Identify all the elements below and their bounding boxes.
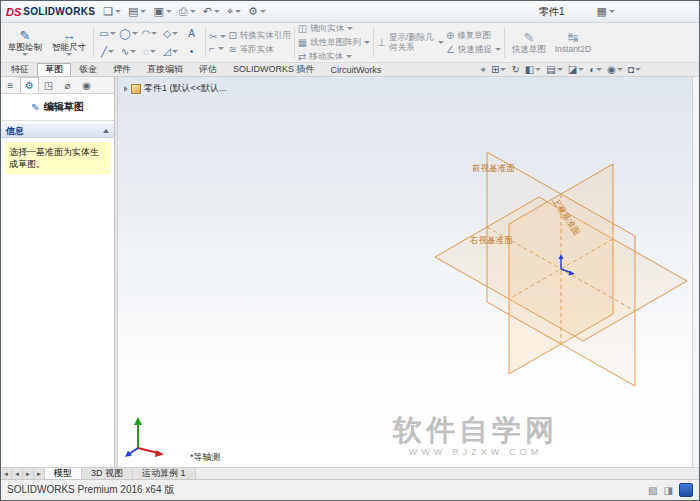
tab-weldments[interactable]: 焊件 [105, 63, 139, 76]
orientation-triad [123, 410, 169, 460]
convert-entities-icon: ⊡ [228, 31, 236, 41]
previous-view-icon: ↻ [511, 64, 519, 75]
info-group-header[interactable]: 信息 [1, 124, 114, 138]
save-button[interactable]: ▣ [153, 5, 171, 18]
tab-featuremanager[interactable]: ≡ [1, 77, 20, 93]
sketch-pencil-icon: ✎ [20, 29, 31, 42]
section-view-button[interactable]: ◧ [525, 64, 541, 75]
tab-motion-study-1[interactable]: 运动算例 1 [133, 468, 196, 479]
undo-button[interactable]: ↶ [203, 5, 220, 18]
tab-addins[interactable]: SOLIDWORKS 插件 [225, 63, 323, 76]
line-icon: ╱ [101, 47, 107, 57]
new-document-button[interactable]: ❏ [103, 5, 121, 18]
tab-scroll-next-button[interactable]: ► [23, 468, 34, 479]
tab-sheet-metal[interactable]: 钣金 [71, 63, 105, 76]
arc-tool-button[interactable]: ◠ [139, 25, 160, 43]
tab-sketch[interactable]: 草图 [37, 63, 71, 76]
tab-model[interactable]: 模型 [45, 468, 82, 479]
quick-snaps-button[interactable]: ∠快速捕捉 [446, 44, 501, 56]
mirror-entities-button[interactable]: ◫镜向实体 [298, 23, 370, 35]
smart-dimension-label: 智能尺寸 [52, 43, 86, 52]
zoom-area-button[interactable]: ⊞ [491, 64, 506, 75]
tab-3d-views[interactable]: 3D 视图 [82, 468, 133, 479]
view-orientation-button[interactable]: ▤ [546, 64, 562, 75]
tab-dimxpert[interactable]: ⌀ [58, 77, 77, 93]
solidworks-window: DS SOLIDWORKS ❏ ▤ ▣ ⎙ ↶ ⌖ ⚙ 零件1 ▦ ✎ 草图绘制… [0, 0, 700, 501]
repair-sketch-icon: ⊕ [446, 31, 454, 41]
apps-grid-button[interactable]: ▦ [597, 5, 615, 18]
quick-snaps-label: 快速捕捉 [458, 44, 492, 56]
repair-group: ⊕修复草图 ∠快速捕捉 [446, 24, 501, 61]
status-blue-badge-icon[interactable] [679, 483, 693, 497]
appearances-icon: ◉ [607, 64, 616, 75]
ellipse-tool-button[interactable]: ◌ [139, 43, 160, 61]
fillet-tool-button[interactable]: ◿ [160, 43, 181, 61]
print-icon: ⎙ [179, 5, 188, 18]
smart-dimension-button[interactable]: ↔ 智能尺寸 [48, 24, 90, 61]
tab-displaymanager[interactable]: ◉ [77, 77, 96, 93]
display-relations-button[interactable]: ⊥ 显示/删除几何关系 [377, 24, 444, 61]
tree-expand-icon[interactable] [124, 86, 128, 92]
tab-scroll-first-button[interactable]: ◄ [1, 468, 12, 479]
feature-tree-flyout[interactable]: 零件1 (默认<<默认... [124, 82, 227, 95]
previous-view-button[interactable]: ↻ [511, 64, 519, 75]
select-button[interactable]: ⌖ [227, 5, 241, 18]
status-units-icon[interactable]: ▧ [648, 485, 657, 496]
scene-button[interactable]: ◘ [628, 64, 641, 75]
zoom-to-fit-icon: ⌖ [480, 64, 486, 76]
graphics-viewport[interactable]: 前视基准面 上视基准面 右视基准面 零件1 (默认<<默认... 软件自学网 [118, 77, 692, 467]
rapid-sketch-button[interactable]: ✎ 快速草图 [508, 24, 550, 61]
tab-scroll-prev-button[interactable]: ◄ [12, 468, 23, 479]
display-style-icon: ◪ [568, 64, 577, 75]
options-button[interactable]: ⚙ [248, 5, 266, 18]
propertymanager-title: 编辑草图 [44, 100, 84, 114]
point-tool-button[interactable]: • [181, 43, 202, 61]
fillet-icon: ◿ [163, 47, 171, 57]
polygon-icon: ◇ [163, 29, 171, 39]
move-entities-button[interactable]: ⇄移动实体 [298, 51, 370, 63]
text-tool-button[interactable]: A [181, 25, 202, 43]
offset-entities-label: 等距实体 [240, 44, 274, 56]
arc-icon: ◠ [142, 29, 151, 39]
instant2d-button[interactable]: ↹ Instant2D [552, 24, 594, 61]
polygon-tool-button[interactable]: ◇ [160, 25, 181, 43]
tab-configurationmanager[interactable]: ◳ [39, 77, 58, 93]
convert-entities-button[interactable]: ⊡转换实体引用 [228, 30, 290, 42]
heads-up-view-toolbar: ⌖ ⊞ ↻ ◧ ▤ ◪ ◐ ◉ ◘ [480, 63, 699, 76]
x-axis [138, 448, 158, 453]
offset-entities-button[interactable]: ≋等距实体 [228, 44, 290, 56]
repair-sketch-button[interactable]: ⊕修复草图 [446, 30, 501, 42]
smart-dimension-icon: ↔ [63, 29, 76, 42]
move-entities-label: 移动实体 [309, 51, 343, 63]
tab-scroll-last-button[interactable]: ► [34, 468, 45, 479]
scene-icon: ◘ [628, 64, 634, 75]
tab-features[interactable]: 特征 [3, 63, 37, 76]
propertymanager-header: ✎ 编辑草图 [1, 94, 114, 118]
quick-snaps-icon: ∠ [446, 45, 455, 55]
displaymanager-icon: ◉ [82, 80, 91, 91]
print-button[interactable]: ⎙ [179, 5, 196, 18]
sketch-button[interactable]: ✎ 草图绘制 [4, 24, 46, 61]
tab-circuitworks[interactable]: CircuitWorks [323, 63, 390, 76]
trim-group: ✂ ⌐ [209, 24, 226, 61]
hide-show-items-button[interactable]: ◐ [589, 64, 602, 75]
rectangle-tool-button[interactable]: ▭ [97, 25, 118, 43]
spline-tool-button[interactable]: ∿ [118, 43, 139, 61]
task-pane-collapsed[interactable] [692, 77, 699, 467]
open-button[interactable]: ▤ [128, 5, 146, 18]
display-style-button[interactable]: ◪ [568, 64, 584, 75]
trim-entities-button[interactable]: ✂ [209, 32, 226, 42]
tab-propertymanager[interactable]: ⚙ [20, 77, 39, 93]
extend-entities-button[interactable]: ⌐ [209, 44, 226, 54]
info-message: 选择一基准面为实体生成草图。 [5, 142, 110, 174]
circle-tool-button[interactable]: ◯ [118, 25, 139, 43]
tab-evaluate[interactable]: 评估 [191, 63, 225, 76]
status-tags-icon[interactable]: ◨ [664, 485, 673, 496]
zoom-to-fit-button[interactable]: ⌖ [480, 64, 486, 76]
line-tool-button[interactable]: ╱ [97, 43, 118, 61]
edit-sketch-icon: ✎ [31, 102, 39, 113]
tab-direct-editing[interactable]: 直接编辑 [139, 63, 191, 76]
convert-group: ⊡转换实体引用 ≋等距实体 [228, 24, 290, 61]
linear-pattern-button[interactable]: ▦线性草图阵列 [298, 37, 370, 49]
appearances-button[interactable]: ◉ [607, 64, 623, 75]
